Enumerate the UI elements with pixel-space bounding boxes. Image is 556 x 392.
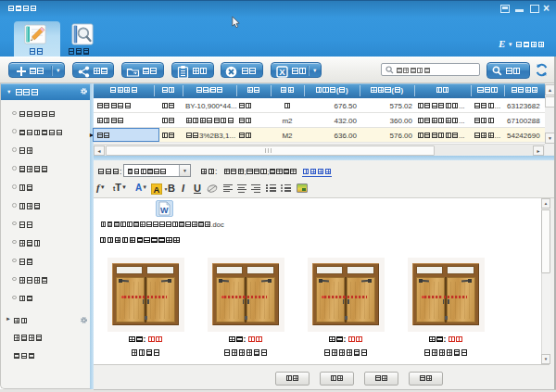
svg-text:W: W [160,206,169,215]
svg-text:X: X [279,67,285,77]
